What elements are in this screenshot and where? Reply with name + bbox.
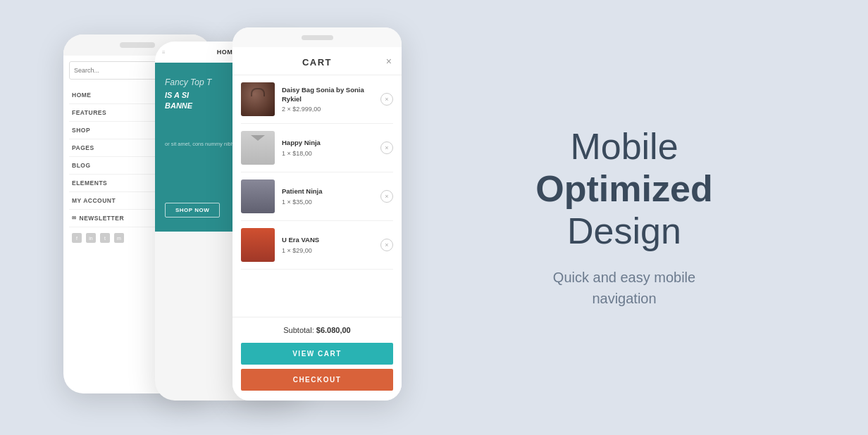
- item-price: $2.999,00: [292, 106, 321, 113]
- phone-mid-header-left: ≡: [162, 49, 166, 56]
- phone-front-top-bar: [232, 27, 402, 47]
- cart-item-info: Happy Ninja 1 × $18,00: [282, 139, 373, 156]
- remove-item-button[interactable]: ×: [380, 141, 393, 154]
- headline-mobile: Mobile: [423, 126, 826, 168]
- remove-item-button[interactable]: ×: [380, 93, 393, 106]
- instagram-icon[interactable]: in: [86, 233, 96, 243]
- cart-item: Daisy Bag Sonia by Sonia Rykiel 2 × $2.9…: [241, 75, 393, 124]
- nav-label: FEATURES: [72, 109, 106, 116]
- shop-now-label: SHOP NOW: [175, 207, 209, 213]
- cart-items-list: Daisy Bag Sonia by Sonia Rykiel 2 × $2.9…: [232, 75, 402, 317]
- item-name: Daisy Bag Sonia by Sonia Rykiel: [282, 86, 373, 103]
- cart-header: CART ×: [232, 47, 402, 75]
- product-image-bag: [241, 82, 275, 116]
- item-price: $29,00: [292, 247, 312, 254]
- nav-label: PAGES: [72, 144, 94, 151]
- headline: Mobile Optimized Design: [423, 126, 826, 252]
- item-price: $35,00: [292, 198, 312, 206]
- cart-modal: CART × Daisy Bag Sonia by Sonia Rykiel 2…: [232, 47, 402, 401]
- product-image-shirt: [241, 131, 275, 165]
- twitter-icon[interactable]: t: [100, 233, 110, 243]
- item-qty-price: 2 × $2.999,00: [282, 106, 373, 113]
- banner-line2: IS A SI: [165, 90, 211, 101]
- facebook-icon[interactable]: f: [72, 233, 82, 243]
- headline-optimized: Optimized: [423, 168, 826, 210]
- item-qty-price: 1 × $29,00: [282, 247, 373, 254]
- item-qty-price: 1 × $35,00: [282, 198, 373, 206]
- banner-italic-text: Fancy Top T IS A SI BANNE: [165, 77, 211, 112]
- nav-label: BLOG: [72, 162, 91, 169]
- mail-icon[interactable]: m: [114, 233, 124, 243]
- cart-item: Patient Ninja 1 × $35,00 ×: [241, 172, 393, 221]
- phone-front: CART × Daisy Bag Sonia by Sonia Rykiel 2…: [232, 27, 402, 401]
- nav-label: MY ACCOUNT: [72, 197, 116, 204]
- phones-section: HOME ▾ FEATURES ▾ SHOP ▾ PAGES ▾ BLOG EL…: [42, 20, 395, 415]
- item-qty: 2: [282, 106, 285, 113]
- headline-design: Design: [423, 210, 826, 253]
- text-section: Mobile Optimized Design Quick and easy m…: [395, 126, 826, 308]
- item-price: $18,00: [292, 150, 312, 157]
- subtotal-value: $6.080,00: [316, 326, 351, 334]
- nav-label: ELEMENTS: [72, 179, 107, 187]
- item-name: U Era VANS: [282, 236, 373, 244]
- cart-subtotal: Subtotal: $6.080,00: [232, 317, 402, 343]
- cart-item-info: Daisy Bag Sonia by Sonia Rykiel 2 × $2.9…: [282, 86, 373, 113]
- product-image-hoodie: [241, 179, 275, 213]
- remove-item-button[interactable]: ×: [380, 239, 393, 251]
- remove-item-button[interactable]: ×: [380, 190, 393, 203]
- cart-item-info: U Era VANS 1 × $29,00: [282, 236, 373, 253]
- phone-front-notch: [302, 35, 333, 40]
- subtotal-label: Subtotal:: [283, 326, 314, 334]
- view-cart-button[interactable]: VIEW CART: [241, 343, 393, 365]
- item-name: Happy Ninja: [282, 139, 373, 147]
- close-icon[interactable]: ×: [386, 56, 392, 67]
- cart-item-info: Patient Ninja 1 × $35,00: [282, 187, 373, 205]
- nav-label: HOME: [72, 92, 92, 99]
- cart-item: U Era VANS 1 × $29,00 ×: [241, 221, 393, 270]
- item-name: Patient Ninja: [282, 187, 373, 196]
- item-qty-price: 1 × $18,00: [282, 150, 373, 157]
- nav-label: SHOP: [72, 127, 90, 134]
- item-qty: 1: [282, 150, 285, 157]
- cart-item: Happy Ninja 1 × $18,00 ×: [241, 124, 393, 172]
- cart-buttons: VIEW CART CHECKOUT: [232, 343, 402, 401]
- subheadline-line1: Quick and easy mobile: [553, 270, 695, 285]
- banner-line3: BANNE: [165, 101, 211, 111]
- checkout-label: CHECKOUT: [293, 376, 342, 384]
- checkout-button[interactable]: CHECKOUT: [241, 369, 393, 391]
- cart-title: CART: [302, 57, 332, 68]
- banner-line1: Fancy Top T: [165, 77, 211, 89]
- subheadline: Quick and easy mobile navigation: [423, 267, 826, 309]
- subheadline-line2: navigation: [592, 291, 656, 306]
- phone-notch: [120, 42, 155, 48]
- product-image-pants: [241, 228, 275, 262]
- item-qty: 1: [282, 198, 285, 206]
- shop-now-button[interactable]: SHOP NOW: [165, 203, 220, 218]
- item-qty: 1: [282, 247, 285, 254]
- view-cart-label: VIEW CART: [292, 350, 342, 358]
- newsletter-label: NEWSLETTER: [80, 215, 125, 222]
